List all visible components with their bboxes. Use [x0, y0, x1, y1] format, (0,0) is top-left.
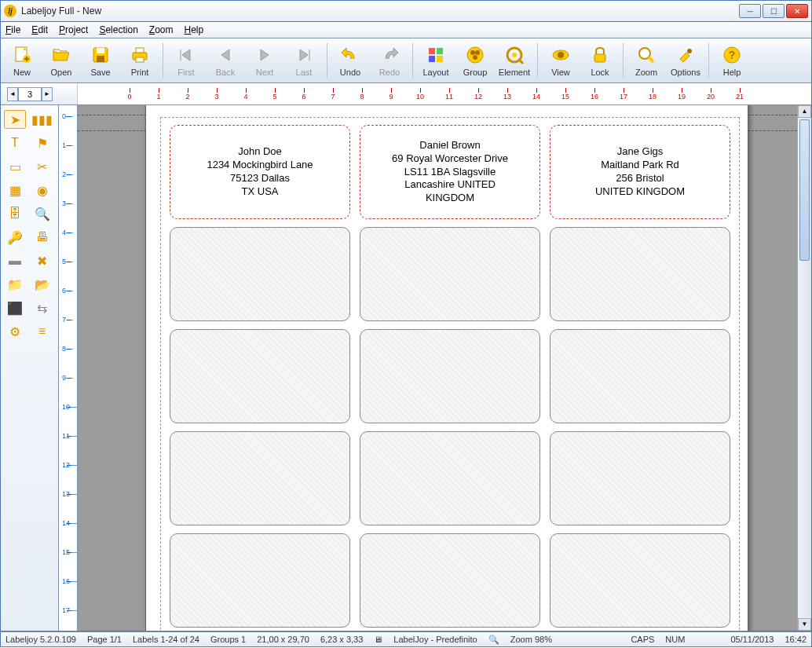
- page-number-value[interactable]: 3: [18, 87, 42, 101]
- menu-edit[interactable]: Edit: [31, 24, 48, 35]
- vertical-ruler: 0—1—2—3—4—5—6—7—8—9—10—11—12—13—14—15—16…: [59, 105, 78, 631]
- pointer-tool[interactable]: ➤: [4, 110, 26, 129]
- back-button[interactable]: Back: [206, 40, 245, 81]
- cylinder-tool[interactable]: ◉: [31, 181, 53, 200]
- zoom-label: Zoom: [635, 68, 657, 77]
- status-bar: Labeljoy 5.2.0.109 Page 1/1 Labels 1-24 …: [0, 632, 812, 647]
- minimize-button[interactable]: ─: [739, 4, 761, 18]
- zoom-button[interactable]: Zoom: [627, 40, 666, 81]
- label-cell-filled[interactable]: Daniel Brown 69 Royal Worcester Drive LS…: [360, 125, 540, 219]
- last-button[interactable]: Last: [284, 40, 324, 81]
- label-cell-empty[interactable]: [360, 431, 540, 525]
- db-tool[interactable]: 🗄: [4, 204, 26, 223]
- svg-rect-23: [594, 54, 605, 62]
- status-date: 05/11/2013: [730, 635, 774, 644]
- menu-selection[interactable]: Selection: [99, 24, 137, 35]
- element-button[interactable]: Element: [495, 40, 534, 81]
- open-icon: [50, 44, 72, 66]
- label-grid: John Doe 1234 Mockingbird Lane 75123 Dal…: [170, 125, 730, 628]
- label-cell-empty[interactable]: [360, 329, 540, 423]
- menu-project[interactable]: Project: [59, 24, 88, 35]
- undo-button[interactable]: Undo: [331, 40, 370, 81]
- svg-point-16: [475, 50, 480, 55]
- label-cell-empty[interactable]: [170, 533, 350, 628]
- view-button[interactable]: View: [541, 40, 580, 81]
- next-button[interactable]: Next: [245, 40, 284, 81]
- menu-file[interactable]: File: [5, 24, 20, 35]
- label-cell-empty[interactable]: [550, 227, 730, 321]
- svg-point-15: [470, 50, 475, 55]
- scroll-down-button[interactable]: ▼: [798, 618, 811, 631]
- close-button[interactable]: ✕: [786, 4, 808, 18]
- main-toolbar: New Open Save Print First Back Next Last…: [0, 38, 812, 83]
- key-tool[interactable]: 🔑: [4, 228, 26, 247]
- status-num: NUM: [665, 635, 685, 644]
- undo-icon: [339, 44, 361, 66]
- status-profile-icon: 🖥: [374, 635, 382, 644]
- svg-point-19: [512, 53, 517, 57]
- svg-rect-8: [136, 48, 144, 53]
- scroll-up-button[interactable]: ▲: [798, 105, 811, 118]
- group-label: Group: [463, 68, 488, 77]
- canvas-area[interactable]: John Doe 1234 Mockingbird Lane 75123 Dal…: [78, 105, 797, 631]
- next-label: Next: [256, 68, 274, 77]
- lock-icon: [589, 44, 611, 66]
- window-title: Labeljoy Full - New: [21, 5, 739, 16]
- maximize-button[interactable]: ☐: [763, 4, 785, 18]
- label-cell-empty[interactable]: [360, 227, 540, 321]
- folder-tool[interactable]: 📁: [4, 275, 26, 294]
- label-cell-empty[interactable]: [360, 533, 540, 628]
- svg-rect-6: [97, 56, 104, 62]
- label-cell-empty[interactable]: [550, 431, 730, 525]
- save-button[interactable]: Save: [81, 40, 120, 81]
- gear-tool[interactable]: ⚙: [4, 322, 26, 341]
- barcode-tool[interactable]: ▮▮▮: [31, 110, 53, 129]
- layout-button[interactable]: Layout: [416, 40, 455, 81]
- delete-tool[interactable]: ✖: [31, 251, 53, 270]
- text-tool[interactable]: T: [4, 134, 26, 152]
- zoom-icon: [635, 44, 657, 66]
- last-label: Last: [296, 68, 313, 77]
- label-cell-empty[interactable]: [170, 431, 350, 525]
- knife-tool[interactable]: ✂: [31, 157, 53, 176]
- search-tool[interactable]: 🔍: [31, 204, 53, 223]
- disabled-tool-1[interactable]: ▬: [4, 251, 26, 270]
- label-cell-empty[interactable]: [170, 329, 350, 423]
- swap-tool[interactable]: ⇆: [31, 298, 53, 317]
- label-cell-filled[interactable]: John Doe 1234 Mockingbird Lane 75123 Dal…: [170, 125, 350, 219]
- label-cell-empty[interactable]: [550, 533, 730, 628]
- label-cell-empty[interactable]: [170, 227, 350, 321]
- first-button[interactable]: First: [166, 40, 206, 81]
- book-tool[interactable]: 📂: [31, 275, 53, 294]
- label-cell-empty[interactable]: [550, 329, 730, 423]
- app-icon: lj: [4, 5, 16, 17]
- print-label: Print: [131, 68, 149, 77]
- options-button[interactable]: Options: [666, 40, 705, 81]
- page-next-arrow[interactable]: ►: [42, 87, 53, 101]
- status-labels: Labels 1-24 of 24: [133, 635, 199, 644]
- grid-tool[interactable]: ▦: [4, 181, 26, 200]
- status-version: Labeljoy 5.2.0.109: [5, 635, 76, 644]
- print-tool[interactable]: 🖶: [31, 228, 53, 247]
- open-button[interactable]: Open: [42, 40, 81, 81]
- new-button[interactable]: New: [2, 40, 42, 81]
- menu-zoom[interactable]: Zoom: [149, 24, 174, 35]
- tag-tool[interactable]: ⬛: [4, 298, 26, 317]
- print-button[interactable]: Print: [120, 40, 159, 81]
- page-prev-arrow[interactable]: ◄: [7, 87, 18, 101]
- vertical-scrollbar[interactable]: ▲ ▼: [797, 105, 811, 631]
- menu-help[interactable]: Help: [185, 24, 204, 35]
- group-button[interactable]: Group: [455, 40, 495, 81]
- status-time: 16:42: [785, 635, 807, 644]
- align-tool[interactable]: ≡: [31, 322, 53, 341]
- flag-tool[interactable]: ⚑: [31, 134, 53, 152]
- redo-button[interactable]: Redo: [370, 40, 409, 81]
- title-bar: lj Labeljoy Full - New ─ ☐ ✕: [0, 0, 812, 22]
- open-label: Open: [51, 68, 72, 77]
- label-tool[interactable]: ▭: [4, 157, 26, 176]
- scroll-thumb[interactable]: [799, 119, 810, 261]
- help-button[interactable]: ?Help: [712, 40, 752, 81]
- element-label: Element: [499, 68, 530, 77]
- label-cell-filled[interactable]: Jane Gigs Maitland Park Rd 256 Bristol U…: [550, 125, 730, 219]
- lock-button[interactable]: Lock: [580, 40, 620, 81]
